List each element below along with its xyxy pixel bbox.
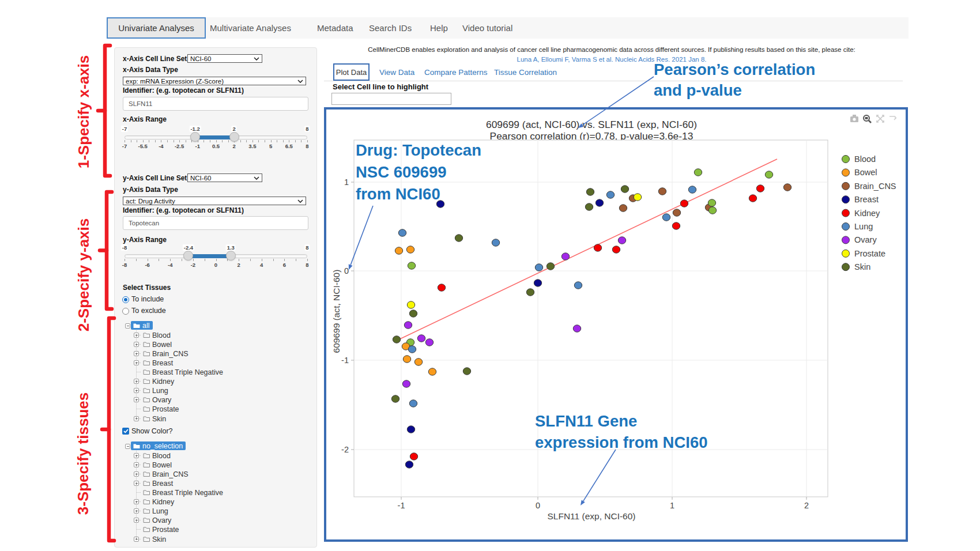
svg-text:-1: -1 [398, 501, 405, 510]
svg-text:Brain_CNS: Brain_CNS [854, 182, 896, 191]
svg-text:Kidney: Kidney [854, 209, 880, 218]
svg-text:1: 1 [670, 501, 674, 510]
svg-text:SLFN11 (exp, NCI-60): SLFN11 (exp, NCI-60) [547, 511, 635, 521]
svg-text:Breast: Breast [854, 195, 879, 204]
svg-text:Ovary: Ovary [854, 235, 877, 244]
svg-text:Skin: Skin [854, 262, 870, 271]
svg-text:Prostate: Prostate [854, 249, 885, 258]
svg-text:-1: -1 [341, 356, 349, 365]
svg-text:Bowel: Bowel [854, 168, 877, 177]
svg-text:-2: -2 [341, 445, 349, 454]
svg-text:2: 2 [804, 501, 809, 510]
svg-text:0: 0 [344, 266, 349, 276]
svg-text:1: 1 [344, 178, 349, 187]
svg-text:609699 (act, NCI-60): 609699 (act, NCI-60) [331, 270, 341, 353]
svg-text:0: 0 [536, 501, 540, 510]
svg-text:Lung: Lung [854, 222, 873, 231]
svg-text:Blood: Blood [854, 154, 876, 164]
